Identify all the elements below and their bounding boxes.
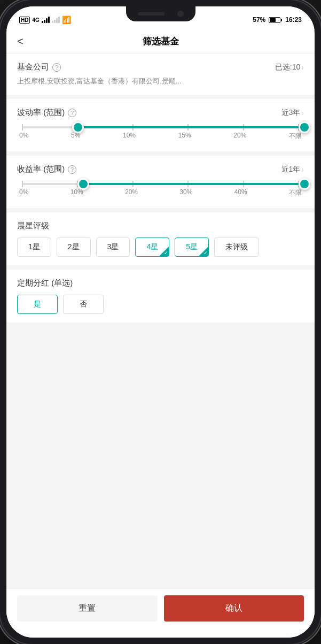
content-area: 基金公司 ? 已选:10 › 上投摩根,安联投资,富达基金（香港）有限公司,景顺…	[6, 53, 315, 588]
return-rate-header: 收益率 (范围) ? 近1年 ›	[17, 164, 304, 174]
fund-company-desc: 上投摩根,安联投资,富达基金（香港）有限公司,景顺...	[17, 76, 304, 86]
dividend-title: 定期分红 (单选)	[17, 278, 304, 288]
check-icon-4star	[159, 247, 169, 256]
return-rate-right-thumb[interactable]	[299, 178, 310, 190]
volatility-slider-fill	[72, 126, 299, 128]
volatility-help-icon[interactable]: ?	[68, 109, 76, 117]
dividend-btn-no[interactable]: 否	[63, 295, 104, 314]
rating-btn-4star[interactable]: 4星	[135, 237, 169, 257]
volatility-header: 波动率 (范围) ? 近3年 ›	[17, 108, 304, 118]
rating-btn-5star[interactable]: 5星	[175, 237, 209, 257]
nav-bar: < 筛选基金	[6, 30, 315, 53]
rating-btn-2star[interactable]: 2星	[57, 237, 91, 257]
volatility-slider-container: 0% 5% 10% 15% 20% 不限	[17, 122, 304, 143]
bottom-bar: 重置 确认	[6, 588, 315, 638]
return-rate-slider-fill	[77, 183, 299, 185]
notch-camera	[177, 11, 184, 17]
volatility-left-thumb[interactable]	[72, 121, 84, 133]
rating-section: 晨星评级 1星 2星 3星 4星 5星 未评级	[6, 212, 315, 265]
time-display: 16:23	[285, 16, 302, 24]
rating-title: 晨星评级	[17, 221, 304, 231]
4g-icon: 4G	[32, 17, 39, 23]
rating-btn-1star[interactable]: 1星	[17, 237, 51, 257]
battery-pct: 57%	[253, 16, 265, 24]
phone-shell: HD 4G 📶 57%	[0, 0, 321, 644]
chevron-right-icon: ›	[301, 63, 304, 72]
check-icon-5star	[199, 247, 208, 256]
battery-icon	[269, 17, 282, 23]
fund-company-section: 基金公司 ? 已选:10 › 上投摩根,安联投资,富达基金（香港）有限公司,景顺…	[6, 53, 315, 95]
return-rate-help-icon[interactable]: ?	[68, 165, 76, 174]
tick-0	[22, 124, 23, 131]
screen: HD 4G 📶 57%	[6, 6, 315, 638]
signal-icon-2	[52, 17, 60, 23]
return-rate-labels: 0% 10% 20% 30% 40% 不限	[19, 188, 302, 197]
page-title: 筛选基金	[143, 35, 179, 48]
volatility-right-thumb[interactable]	[299, 121, 310, 133]
dividend-section: 定期分红 (单选) 是 否	[6, 270, 315, 323]
volatility-period[interactable]: 近3年 ›	[281, 108, 304, 118]
return-rate-title: 收益率 (范围) ?	[17, 164, 76, 174]
notch	[126, 6, 195, 21]
volatility-section: 波动率 (范围) ? 近3年 ›	[6, 99, 315, 151]
return-rate-slider-track[interactable]	[22, 183, 299, 185]
signal-icon	[42, 17, 50, 23]
reset-button[interactable]: 重置	[17, 595, 158, 622]
volatility-labels: 0% 5% 10% 15% 20% 不限	[19, 132, 302, 141]
return-rate-chevron-icon: ›	[301, 165, 304, 174]
volatility-slider-track[interactable]	[22, 126, 299, 128]
return-rate-left-thumb[interactable]	[77, 178, 89, 190]
volatility-title: 波动率 (范围) ?	[17, 108, 76, 118]
tick-r-0	[22, 181, 23, 187]
confirm-button[interactable]: 确认	[164, 595, 304, 622]
dividend-options: 是 否	[17, 295, 304, 314]
status-right: 57% 16:23	[253, 16, 302, 24]
return-rate-section: 收益率 (范围) ? 近1年 ›	[6, 156, 315, 208]
rating-options: 1星 2星 3星 4星 5星 未评级	[17, 237, 304, 257]
wifi-icon: 📶	[62, 16, 71, 24]
notch-speaker	[138, 12, 165, 16]
rating-btn-3star[interactable]: 3星	[96, 237, 130, 257]
fund-company-title: 基金公司 ?	[17, 62, 61, 72]
return-rate-slider-container: 0% 10% 20% 30% 40% 不限	[17, 179, 304, 200]
back-button[interactable]: <	[17, 35, 24, 48]
hd-icon: HD	[19, 17, 30, 24]
return-rate-period[interactable]: 近1年 ›	[281, 165, 304, 174]
fund-company-help-icon[interactable]: ?	[52, 63, 61, 72]
fund-company-header: 基金公司 ? 已选:10 ›	[17, 62, 304, 72]
fund-company-selected[interactable]: 已选:10 ›	[275, 63, 304, 72]
rating-btn-unrated[interactable]: 未评级	[214, 237, 259, 257]
volatility-chevron-icon: ›	[301, 109, 304, 117]
dividend-btn-yes[interactable]: 是	[17, 295, 58, 314]
status-left: HD 4G 📶	[19, 16, 71, 24]
spacer	[6, 327, 315, 434]
